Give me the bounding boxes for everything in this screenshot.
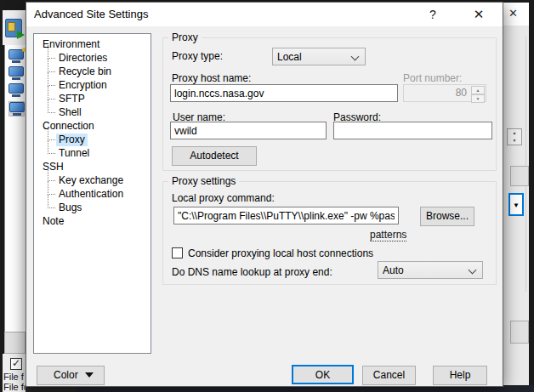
chevron-down-icon — [469, 266, 477, 275]
background-toolbar — [3, 10, 26, 45]
dialog-title: Advanced Site Settings — [34, 8, 148, 20]
browse-button[interactable]: Browse... — [420, 207, 474, 226]
proxy-localhost-checkbox[interactable] — [172, 247, 183, 258]
background-login-split-button: ▼ — [508, 193, 524, 216]
ok-button[interactable]: OK — [292, 365, 354, 384]
spin-down-icon: ▼ — [471, 94, 485, 103]
proxy-settings-group-title: Proxy settings — [168, 175, 239, 187]
spin-up-icon: ▲ — [471, 86, 485, 94]
background-button-fragment — [510, 321, 529, 344]
background-groupbox-edge — [525, 37, 526, 292]
proxy-type-value: Local — [277, 51, 302, 63]
proxy-host-label: Proxy host name: — [172, 72, 251, 84]
background-button-fragment — [4, 332, 26, 354]
port-number-input: 80 ▲ ▼ — [403, 84, 486, 102]
titlebar: Advanced Site Settings ? ✕ — [26, 3, 503, 26]
proxy-type-select[interactable]: Local — [272, 48, 366, 65]
settings-tree: Environment Directories Recycle bin Encr… — [33, 33, 151, 354]
tree-item-shell[interactable]: Shell — [34, 105, 151, 119]
autodetect-button[interactable]: Autodetect — [172, 146, 257, 166]
background-site-list — [4, 45, 26, 332]
color-button-label: Color — [54, 369, 78, 381]
advanced-site-settings-dialog: Advanced Site Settings ? ✕ Environment D… — [26, 2, 503, 387]
help-button[interactable]: Help — [433, 366, 487, 385]
site-monitor-icon-selected — [9, 101, 25, 116]
background-spinner-fragment: ▲▼ — [507, 128, 522, 145]
tree-item-bugs[interactable]: Bugs — [34, 201, 151, 214]
port-number-label: Port number: — [403, 72, 462, 84]
site-monitor-icon — [9, 49, 25, 65]
background-text: File f — [3, 372, 26, 380]
proxy-group-title: Proxy — [168, 31, 202, 43]
proxy-settings-group: Proxy settings Local proxy command: Brow… — [162, 181, 497, 285]
proxy-group: Proxy Proxy type: Local Proxy host name:… — [162, 37, 497, 171]
user-name-input[interactable] — [170, 122, 327, 139]
new-site-icon — [5, 19, 22, 37]
screen: File f File fo ✕ ▲▼ ▼ Advanced Site Sett… — [0, 0, 534, 392]
background-footer-fragment: File f File fo — [3, 354, 26, 392]
dns-lookup-select[interactable]: Auto — [378, 261, 483, 279]
background-left-window: File f File fo — [0, 0, 26, 392]
background-button-fragment — [510, 166, 529, 186]
proxy-localhost-checkbox-label: Consider proxying local host connections — [188, 247, 373, 259]
local-proxy-command-input[interactable] — [173, 207, 399, 224]
chevron-down-icon — [351, 53, 360, 61]
dns-lookup-label: Do DNS name lookup at proxy end: — [172, 266, 332, 278]
proxy-type-label: Proxy type: — [172, 50, 223, 62]
patterns-link[interactable]: patterns — [370, 229, 406, 241]
background-titlebar: ✕ — [503, 3, 529, 26]
dropdown-arrow-icon — [85, 372, 94, 378]
site-monitor-icon — [9, 83, 25, 99]
dns-lookup-value: Auto — [383, 264, 404, 276]
site-monitor-icon — [9, 66, 25, 82]
port-number-value: 80 — [456, 87, 467, 99]
background-checkbox — [10, 358, 22, 370]
local-proxy-command-label: Local proxy command: — [172, 192, 275, 204]
tree-item-tunnel[interactable]: Tunnel — [34, 146, 151, 160]
tree-item-note[interactable]: Note — [34, 214, 151, 228]
password-input[interactable] — [333, 122, 492, 139]
proxy-host-input[interactable] — [170, 84, 398, 102]
cancel-button[interactable]: Cancel — [362, 366, 416, 385]
background-dialog-fragment: ✕ ▲▼ ▼ — [503, 3, 529, 385]
help-icon[interactable]: ? — [416, 3, 450, 26]
background-right-window: ✕ ▲▼ ▼ — [503, 0, 534, 392]
color-button[interactable]: Color — [37, 366, 105, 385]
port-spinner: ▲ ▼ — [471, 86, 485, 101]
background-text: File fo — [3, 382, 26, 392]
close-icon[interactable]: ✕ — [462, 3, 496, 26]
background-close-icon: ✕ — [508, 7, 518, 20]
